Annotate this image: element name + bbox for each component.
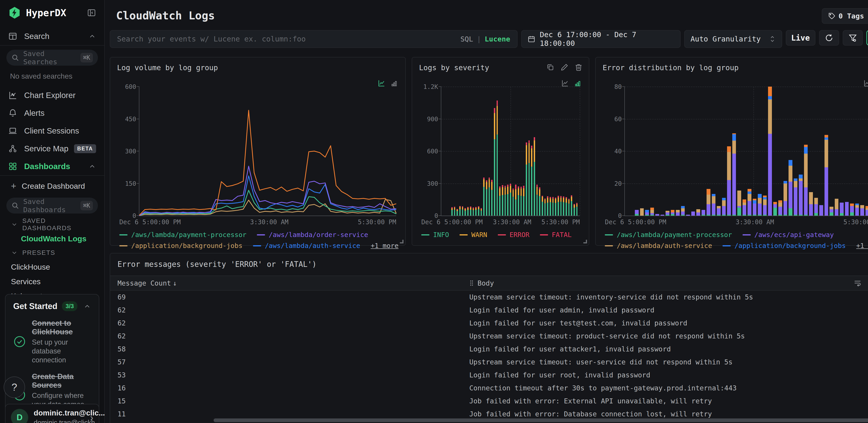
sidebar-item-dashboards[interactable]: Dashboards (0, 158, 104, 175)
table-row[interactable]: 69Upstream service timeout: inventory-se… (110, 290, 868, 304)
bar[interactable] (840, 87, 844, 216)
table-row[interactable]: 62Login failed for user admin, invalid p… (110, 304, 868, 316)
event-search-input[interactable]: Search your events w/ Lucene ex. column:… (110, 30, 518, 48)
bar[interactable] (526, 87, 527, 216)
bar[interactable] (571, 87, 572, 216)
bar[interactable] (566, 87, 567, 216)
bar[interactable] (702, 87, 706, 216)
presets-section[interactable]: PRESETS (0, 246, 104, 260)
sidebar-item-service-map[interactable]: Service Map BETA (0, 140, 104, 158)
bar[interactable] (478, 87, 479, 216)
bar[interactable] (835, 87, 839, 216)
bar[interactable] (534, 87, 535, 216)
bar[interactable] (799, 87, 803, 216)
bar[interactable] (686, 87, 690, 216)
sidebar-item-chart-explorer[interactable]: Chart Explorer (0, 86, 104, 104)
drag-handle-icon[interactable] (469, 280, 474, 286)
bar[interactable] (489, 87, 490, 216)
bar[interactable] (574, 87, 575, 216)
sql-toggle[interactable]: SQL (460, 35, 473, 43)
bar[interactable] (809, 87, 813, 216)
bar[interactable] (783, 87, 787, 216)
table-row[interactable]: 62Upstream service timeout: product-serv… (110, 330, 868, 342)
bar[interactable] (737, 87, 741, 216)
legend-item[interactable]: /aws/lambda/payment-processor (119, 231, 246, 238)
bar[interactable] (523, 87, 524, 216)
bar[interactable] (850, 87, 854, 216)
saved-dashboards-section[interactable]: SAVED DASHBOARDS (0, 218, 104, 231)
panel-resize-handle[interactable] (583, 240, 587, 244)
bar[interactable] (855, 87, 859, 216)
sidebar-item-client-sessions[interactable]: Client Sessions (0, 122, 104, 140)
bar[interactable] (528, 87, 530, 216)
chevron-up-icon[interactable] (88, 163, 96, 170)
duplicate-chart-icon[interactable] (547, 63, 554, 71)
bar-chart-plot[interactable]: 1.2K9006003000 (441, 87, 580, 216)
legend-more-link[interactable]: +1 more (371, 242, 399, 250)
bar[interactable] (475, 87, 476, 216)
time-range-picker[interactable]: Dec 6 17:00:00 - Dec 7 18:00:00 (521, 30, 681, 48)
bar[interactable] (576, 87, 578, 216)
bar[interactable] (521, 87, 522, 216)
line-chart-plot[interactable]: 6004503001500 (139, 87, 396, 216)
legend-more-link[interactable]: +1 more (856, 242, 868, 250)
bar[interactable] (470, 87, 471, 216)
bar[interactable] (635, 87, 639, 216)
sidebar-preset-clickhouse[interactable]: ClickHouse (0, 260, 104, 274)
sidebar-item-alerts[interactable]: Alerts (0, 104, 104, 122)
bar-chart-toggle-icon[interactable] (574, 80, 581, 87)
bar[interactable] (499, 87, 500, 216)
sidebar-item-search[interactable]: Search (0, 27, 104, 45)
create-dashboard-button[interactable]: + Create Dashboard (0, 178, 104, 194)
legend-item[interactable]: /aws/lambda/auth-service (605, 242, 712, 250)
bar[interactable] (563, 87, 564, 216)
column-header-body[interactable]: Body (469, 279, 849, 287)
bar[interactable] (691, 87, 695, 216)
bar[interactable] (547, 87, 548, 216)
bar[interactable] (510, 87, 511, 216)
sidebar-preset-services[interactable]: Services (0, 274, 104, 289)
bar[interactable] (568, 87, 570, 216)
saved-dashboards-input[interactable]: Saved Dashboards ⌘K (6, 198, 98, 214)
filter-button[interactable] (843, 30, 863, 46)
bar[interactable] (665, 87, 670, 216)
bar[interactable] (819, 87, 823, 216)
bar[interactable] (717, 87, 721, 216)
legend-item[interactable]: /aws/lambda/order-service (257, 231, 368, 238)
bar-chart-toggle-icon[interactable] (391, 80, 398, 87)
bar[interactable] (825, 87, 828, 216)
bar[interactable] (794, 87, 798, 216)
bar[interactable] (481, 87, 482, 216)
line-chart-toggle-icon[interactable] (377, 79, 385, 87)
bar[interactable] (539, 87, 540, 216)
bar[interactable] (727, 87, 731, 216)
bar[interactable] (555, 87, 556, 216)
bar[interactable] (860, 87, 864, 216)
legend-item[interactable]: /application/background-jobs (119, 242, 243, 250)
bar[interactable] (650, 87, 654, 216)
bar[interactable] (712, 87, 716, 216)
lucene-toggle[interactable]: Lucene (485, 35, 510, 43)
tags-button[interactable]: 0 Tags (822, 8, 868, 24)
bar[interactable] (773, 87, 777, 216)
table-row[interactable]: 16Connection timeout after 30s to paymen… (110, 382, 868, 395)
bar[interactable] (763, 87, 767, 216)
bar[interactable] (552, 87, 554, 216)
bar[interactable] (457, 87, 458, 216)
bar[interactable] (788, 87, 793, 216)
sidebar-dashboard-cloudwatch-logs[interactable]: CloudWatch Logs (0, 231, 104, 246)
bar[interactable] (545, 87, 546, 216)
live-button[interactable]: Live (786, 30, 815, 46)
bar[interactable] (753, 87, 757, 216)
wrap-text-icon[interactable] (854, 279, 861, 287)
edit-chart-icon[interactable] (561, 63, 568, 71)
bar[interactable] (465, 87, 466, 216)
bar[interactable] (660, 87, 664, 216)
column-header-message-count[interactable]: Message Count ↓ (118, 279, 469, 287)
bar[interactable] (681, 87, 685, 216)
line-chart-toggle-icon[interactable] (863, 79, 868, 87)
bar[interactable] (707, 87, 710, 216)
bar[interactable] (722, 87, 726, 216)
refresh-button[interactable] (819, 30, 839, 46)
bar[interactable] (758, 87, 762, 216)
